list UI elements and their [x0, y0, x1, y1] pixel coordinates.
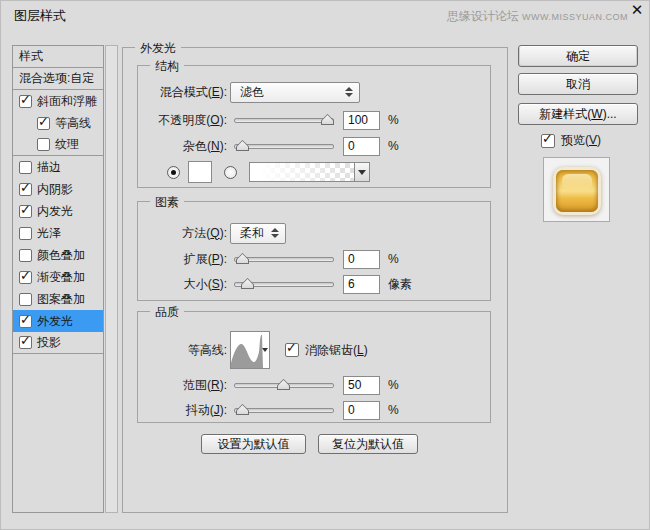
quality-legend: 品质	[150, 304, 184, 321]
reset-default-button[interactable]: 复位为默认值	[318, 434, 418, 454]
style-preview-thumbnail	[543, 157, 610, 222]
spread-label: 扩展(P):	[142, 251, 227, 268]
sidebar-item-stroke[interactable]: 描边	[13, 156, 103, 178]
cancel-button[interactable]: 取消	[518, 73, 638, 95]
sidebar-scrollbar[interactable]	[105, 45, 118, 513]
sidebar-item-blending-options[interactable]: 混合选项:自定	[13, 68, 103, 90]
sidebar-header-styles[interactable]: 样式	[13, 46, 103, 68]
sidebar-item-drop-shadow[interactable]: ✓ 投影	[13, 332, 103, 354]
technique-row: 方法(Q): 柔和	[138, 222, 286, 244]
checkbox-inner-glow[interactable]: ✓	[19, 205, 32, 218]
slider-thumb[interactable]	[236, 140, 249, 151]
jitter-unit: %	[388, 403, 399, 417]
checkbox-satin[interactable]	[19, 227, 32, 240]
noise-slider[interactable]	[234, 139, 334, 153]
check-icon: ✓	[20, 268, 31, 283]
jitter-input[interactable]	[343, 401, 380, 420]
size-row: 大小(S): 像素	[138, 273, 412, 295]
sidebar-item-inner-glow[interactable]: ✓ 内发光	[13, 200, 103, 222]
opacity-slider[interactable]	[234, 113, 334, 127]
gradient-picker[interactable]	[249, 162, 370, 182]
antialias-checkbox[interactable]: ✓	[285, 343, 299, 357]
check-icon: ✓	[20, 180, 31, 195]
checkbox-outer-glow[interactable]: ✓	[19, 315, 32, 328]
jitter-slider[interactable]	[234, 403, 334, 417]
checkbox-pattern-overlay[interactable]	[19, 293, 32, 306]
preview-gold-button	[553, 167, 601, 215]
preview-control[interactable]: ✓ 预览(V)	[541, 132, 601, 149]
gradient-radio[interactable]	[224, 166, 237, 179]
slider-thumb[interactable]	[321, 114, 334, 125]
sidebar-item-inner-shadow[interactable]: ✓ 内阴影	[13, 178, 103, 200]
ok-button[interactable]: 确定	[518, 45, 638, 67]
slider-track	[234, 257, 334, 262]
preview-checkbox[interactable]: ✓	[541, 134, 555, 148]
size-slider[interactable]	[234, 277, 334, 291]
range-label: 范围(R):	[142, 377, 227, 394]
technique-select[interactable]: 柔和	[230, 223, 286, 244]
checkbox-contour[interactable]: ✓	[37, 117, 50, 130]
sidebar-item-bevel-emboss[interactable]: ✓ 斜面和浮雕	[13, 90, 103, 112]
slider-track	[234, 408, 334, 413]
sidebar-item-contour[interactable]: ✓ 等高线	[13, 112, 103, 134]
spread-slider[interactable]	[234, 252, 334, 266]
sidebar-item-color-overlay[interactable]: 颜色叠加	[13, 244, 103, 266]
slider-thumb[interactable]	[277, 379, 290, 390]
range-input[interactable]	[343, 376, 380, 395]
contour-row: 等高线: ✓ 消除锯齿(L)	[138, 330, 368, 370]
quality-group: 品质 等高线: ✓ 消除锯齿(L) 范围(R): %	[137, 311, 491, 423]
contour-picker[interactable]	[230, 331, 270, 369]
structure-group: 结构 混合模式(E): 滤色 不透明度(O): % 杂色(N):	[137, 65, 491, 188]
elements-group: 图素 方法(Q): 柔和 扩展(P): % 大小(S): 像素	[137, 201, 491, 301]
close-icon[interactable]: ✕	[629, 2, 645, 18]
antialias-control[interactable]: ✓ 消除锯齿(L)	[285, 342, 368, 359]
watermark: 思缘设计论坛 WWW.MISSYUAN.COM	[447, 8, 628, 25]
checkbox-bevel-emboss[interactable]: ✓	[19, 95, 32, 108]
checkbox-inner-shadow[interactable]: ✓	[19, 183, 32, 196]
opacity-input[interactable]	[343, 111, 380, 130]
checkbox-drop-shadow[interactable]: ✓	[19, 336, 32, 349]
checkbox-texture[interactable]	[37, 138, 50, 151]
contour-label: 等高线:	[142, 342, 227, 359]
checkbox-stroke[interactable]	[19, 161, 32, 174]
size-unit: 像素	[388, 276, 412, 293]
sidebar-item-outer-glow[interactable]: ✓ 外发光	[13, 310, 103, 332]
slider-thumb[interactable]	[241, 278, 254, 289]
watermark-url: WWW.MISSYUAN.COM	[522, 12, 628, 22]
check-icon: ✓	[20, 92, 31, 107]
check-icon: ✓	[20, 312, 31, 327]
check-icon: ✓	[20, 333, 31, 348]
range-row: 范围(R): %	[138, 374, 399, 396]
range-slider[interactable]	[234, 378, 334, 392]
blend-mode-select[interactable]: 滤色	[230, 82, 360, 103]
chevron-down-icon[interactable]	[262, 348, 268, 352]
checkbox-gradient-overlay[interactable]: ✓	[19, 271, 32, 284]
checkbox-color-overlay[interactable]	[19, 249, 32, 262]
noise-row: 杂色(N): %	[138, 135, 399, 157]
sidebar-item-texture[interactable]: 纹理	[13, 134, 103, 156]
watermark-site: 思缘设计论坛	[447, 9, 519, 23]
color-radio[interactable]	[167, 166, 180, 179]
jitter-label: 抖动(J):	[142, 402, 227, 419]
technique-label: 方法(Q):	[142, 225, 227, 242]
noise-input[interactable]	[343, 137, 380, 156]
glow-color-row	[138, 160, 370, 184]
gradient-dropdown-button[interactable]	[354, 163, 369, 181]
new-style-button[interactable]: 新建样式(W)...	[518, 103, 638, 125]
check-icon: ✓	[542, 131, 553, 146]
glow-color-swatch[interactable]	[188, 161, 212, 183]
opacity-row: 不透明度(O): %	[138, 109, 399, 131]
noise-label: 杂色(N):	[142, 138, 227, 155]
check-icon: ✓	[20, 202, 31, 217]
sidebar-item-satin[interactable]: 光泽	[13, 222, 103, 244]
size-input[interactable]	[343, 275, 380, 294]
sidebar-item-pattern-overlay[interactable]: 图案叠加	[13, 288, 103, 310]
sidebar-item-gradient-overlay[interactable]: ✓ 渐变叠加	[13, 266, 103, 288]
set-default-button[interactable]: 设置为默认值	[201, 434, 306, 454]
spread-input[interactable]	[343, 250, 380, 269]
slider-thumb[interactable]	[236, 253, 249, 264]
check-icon: ✓	[286, 340, 297, 355]
panel-legend: 外发光	[135, 40, 181, 57]
slider-thumb[interactable]	[236, 404, 249, 415]
noise-unit: %	[388, 139, 399, 153]
